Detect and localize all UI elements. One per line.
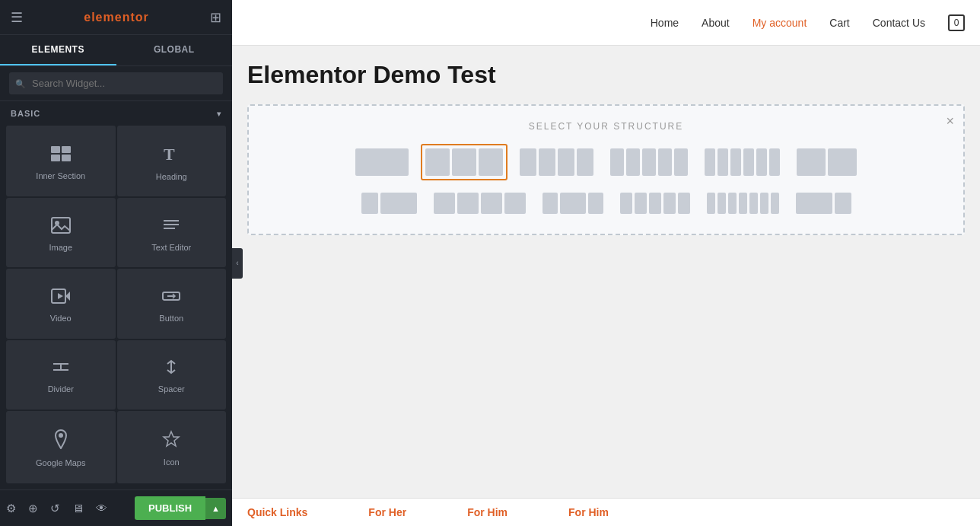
widget-icon[interactable]: Icon (117, 411, 227, 483)
chevron-down-icon: ▾ (217, 110, 221, 118)
widget-spacer-label: Spacer (158, 384, 185, 394)
svg-rect-2 (51, 155, 60, 161)
widget-video[interactable]: Video (6, 269, 116, 338)
sidebar-header: ☰ elementor ⊞ (0, 0, 232, 35)
widget-google-maps-label: Google Maps (36, 458, 85, 467)
structure-container: × SELECT YOUR STRUCTURE (247, 104, 965, 235)
widget-heading-label: Heading (156, 172, 187, 181)
sidebar-tabs: ELEMENTS GLOBAL (0, 35, 232, 66)
sidebar-footer: ⚙ ⊕ ↺ 🖥 👁 PUBLISH ▲ (0, 489, 232, 526)
svg-marker-20 (164, 432, 179, 446)
widgets-grid: Inner Section T Heading Image (0, 126, 232, 489)
widget-text-editor-label: Text Editor (151, 243, 191, 252)
nav-home[interactable]: Home (651, 17, 679, 29)
svg-rect-1 (62, 146, 71, 153)
basic-section-header[interactable]: BASIC ▾ (0, 101, 232, 126)
struct-r2-2[interactable] (429, 188, 530, 218)
widget-video-label: Video (50, 314, 72, 323)
widget-inner-section[interactable]: Inner Section (6, 126, 116, 196)
nav-cart[interactable]: Cart (829, 17, 849, 29)
basic-label: BASIC (11, 109, 40, 118)
sidebar: ☰ elementor ⊞ ELEMENTS GLOBAL BASIC ▾ I (0, 0, 232, 526)
structure-row-1 (351, 144, 861, 180)
struct-r2-3[interactable] (538, 188, 608, 218)
text-editor-icon (161, 217, 181, 237)
responsive-icon[interactable]: 🖥 (72, 502, 84, 515)
svg-rect-5 (52, 218, 70, 233)
widget-inner-section-label: Inner Section (36, 171, 85, 180)
struct-r2-1[interactable] (357, 188, 422, 218)
settings-icon[interactable]: ⚙ (6, 502, 16, 515)
cart-icon-wrap[interactable]: 0 (948, 14, 965, 31)
svg-point-19 (59, 433, 63, 438)
widget-divider-label: Divider (48, 384, 74, 394)
struct-5col[interactable] (606, 144, 692, 180)
struct-r2-4[interactable] (616, 188, 695, 218)
google-maps-icon (52, 429, 69, 452)
nav-contact-us[interactable]: Contact Us (873, 17, 925, 29)
layers-icon[interactable]: ⊕ (28, 502, 38, 515)
tab-global[interactable]: GLOBAL (116, 35, 233, 65)
sidebar-logo: elementor (84, 11, 148, 24)
inner-section-icon (50, 145, 72, 165)
tab-elements[interactable]: ELEMENTS (0, 35, 116, 65)
widget-heading[interactable]: T Heading (117, 126, 227, 196)
widget-image-label: Image (49, 243, 72, 252)
publish-btn-wrap: PUBLISH ▲ (135, 496, 226, 520)
svg-text:T: T (164, 145, 175, 163)
footer-col-1: Quick Links (247, 506, 307, 518)
nav-bar: Home About My account Cart Contact Us 0 (232, 0, 980, 46)
structure-row-2 (357, 188, 856, 218)
footer-col-4: For Him (568, 506, 609, 518)
publish-arrow-button[interactable]: ▲ (205, 498, 226, 519)
footer-icons: ⚙ ⊕ ↺ 🖥 👁 (6, 502, 107, 515)
page-title: Elementor Demo Test (247, 61, 965, 89)
widget-icon-label: Icon (164, 457, 180, 467)
svg-rect-0 (51, 146, 60, 153)
history-icon[interactable]: ↺ (50, 502, 60, 515)
grid-icon[interactable]: ⊞ (210, 9, 221, 26)
icon-widget-icon (162, 430, 180, 451)
struct-r2-6[interactable] (791, 188, 856, 218)
image-icon (51, 217, 71, 237)
nav-my-account[interactable]: My account (752, 17, 807, 29)
footer-col-2: For Her (368, 506, 406, 518)
preview-icon[interactable]: 👁 (96, 502, 107, 515)
footer-bar: Quick Links For Her For Him For Him (232, 498, 980, 526)
spacer-icon (161, 359, 181, 378)
search-box (0, 66, 232, 101)
struct-6col[interactable] (700, 144, 784, 180)
struct-3col-selected[interactable] (421, 144, 508, 180)
struct-1col[interactable] (351, 144, 413, 180)
divider-icon (51, 359, 71, 378)
widget-button[interactable]: Button (117, 269, 227, 338)
widget-spacer[interactable]: Spacer (117, 340, 227, 410)
svg-rect-3 (62, 155, 71, 161)
collapse-tab[interactable]: ‹ (232, 248, 243, 279)
widget-button-label: Button (159, 314, 183, 323)
structure-rows (264, 144, 948, 218)
struct-r2-5[interactable] (702, 188, 784, 218)
svg-marker-12 (58, 293, 63, 299)
button-icon (161, 288, 181, 308)
close-button[interactable]: × (946, 113, 954, 129)
cart-badge: 0 (948, 14, 965, 31)
struct-4col[interactable] (515, 144, 598, 180)
video-icon (51, 288, 71, 308)
nav-about[interactable]: About (702, 17, 730, 29)
struct-2col-uneven[interactable] (792, 144, 861, 180)
hamburger-icon[interactable]: ☰ (11, 9, 23, 26)
publish-button[interactable]: PUBLISH (135, 496, 205, 520)
page-content: Elementor Demo Test × SELECT YOUR STRUCT… (232, 46, 980, 498)
heading-icon: T (162, 145, 180, 166)
structure-label: SELECT YOUR STRUCTURE (264, 121, 948, 132)
widget-divider[interactable]: Divider (6, 340, 116, 410)
search-input[interactable] (9, 72, 223, 94)
widget-text-editor[interactable]: Text Editor (117, 198, 227, 267)
footer-col-3: For Him (467, 506, 508, 518)
widget-image[interactable]: Image (6, 198, 116, 267)
main-area: Home About My account Cart Contact Us 0 … (232, 0, 980, 526)
widget-google-maps[interactable]: Google Maps (6, 411, 116, 483)
